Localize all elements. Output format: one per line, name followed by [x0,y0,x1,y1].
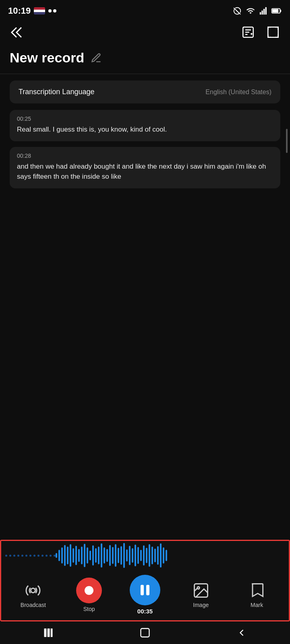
status-time: 10:19 [8,6,56,16]
svg-rect-5 [280,10,281,12]
broadcast-icon-wrap [24,582,42,599]
title-row: New record [0,46,290,74]
waveform-bars [56,543,285,568]
pause-icon-wrap [130,575,160,605]
svg-rect-2 [263,9,265,14]
waveform [1,541,289,570]
svg-point-12 [31,588,35,592]
svg-rect-0 [260,12,261,14]
top-nav [0,20,290,46]
language-label: Transcription Language [19,88,94,96]
svg-rect-1 [261,10,263,14]
svg-rect-3 [265,7,267,14]
mark-button[interactable]: Mark [241,582,273,608]
status-icons [233,6,282,15]
waveform-dots [5,555,56,557]
language-value: English (United States) [205,89,271,96]
collapse-button[interactable] [8,23,26,41]
image-icon-wrap [192,582,210,599]
bottom-nav [0,621,290,644]
expand-button[interactable] [264,23,282,41]
stop-label: Stop [83,606,95,612]
svg-rect-17 [51,629,53,637]
mark-label: Mark [251,602,263,608]
flag-icon [34,7,45,14]
pause-button[interactable]: 00:35 [129,575,161,615]
svg-rect-15 [44,629,47,637]
transcript-time-1: 00:25 [17,116,273,122]
timer-label: 00:35 [137,608,153,615]
language-row[interactable]: Transcription Language English (United S… [10,80,280,103]
divider [0,74,290,74]
battery-icon [271,7,282,14]
svg-rect-18 [141,629,149,637]
signal-icon [259,7,267,15]
stop-icon [85,586,93,595]
mute-icon [233,6,242,15]
svg-rect-6 [272,9,278,12]
page-title: New record [10,50,84,66]
image-label: Image [193,602,209,608]
svg-rect-16 [48,629,50,637]
dot1 [48,9,52,12]
svg-rect-11 [268,27,278,37]
transcript-text-2: and then we had already bought it and li… [17,161,273,182]
transcript-block-1: 00:25 Real small. I guess this is, you k… [10,110,280,141]
scrollbar [286,129,288,153]
home-button[interactable] [129,625,161,641]
status-bar: 10:19 [0,0,290,20]
controls-row: Broadcast Stop 00:35 [1,570,289,620]
recording-panel: Broadcast Stop 00:35 [0,540,290,621]
stop-button[interactable]: Stop [73,578,105,612]
transcript-text-1: Real small. I guess this is, you know, k… [17,124,273,135]
transcript-block-2: 00:28 and then we had already bought it … [10,147,280,188]
notes-button[interactable] [239,23,257,41]
dot2 [53,9,56,12]
broadcast-button[interactable]: Broadcast [17,582,49,608]
edit-title-button[interactable] [90,52,103,64]
transcript-time-2: 00:28 [17,153,273,159]
image-button[interactable]: Image [185,582,217,608]
wifi-icon [246,6,255,15]
recents-button[interactable] [32,625,64,641]
stop-icon-wrap [76,578,102,603]
status-dots [48,9,56,12]
broadcast-label: Broadcast [21,602,46,608]
mark-icon-wrap [248,582,266,599]
nav-right-buttons [239,23,282,41]
back-button[interactable] [226,625,258,641]
